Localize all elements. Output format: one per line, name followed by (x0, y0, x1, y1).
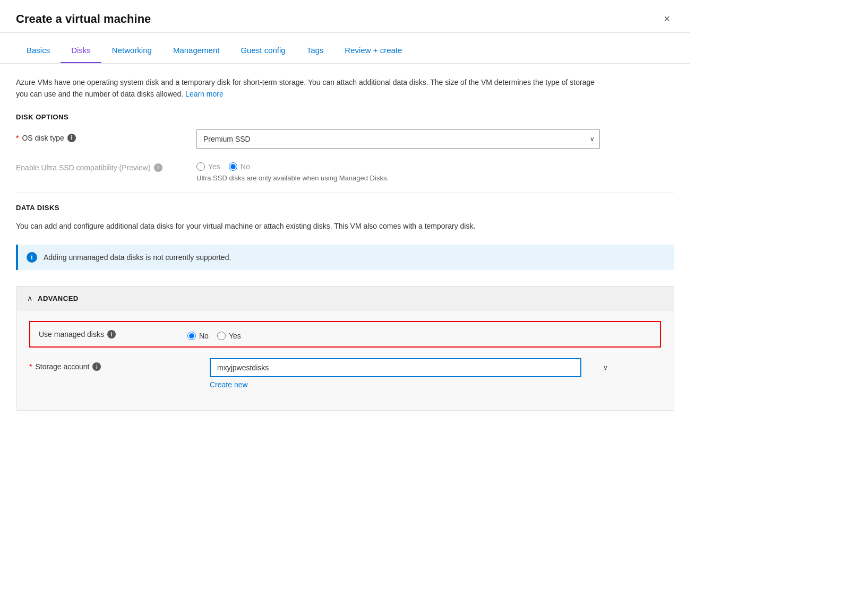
banner-text: Adding unmanaged data disks is not curre… (44, 253, 231, 262)
ultra-ssd-label-text: Enable Ultra SSD compatibility (Preview) (16, 163, 151, 172)
dialog-header: Create a virtual machine × (0, 0, 690, 33)
managed-disks-yes-radio[interactable] (217, 332, 226, 340)
ultra-ssd-control: Yes No Ultra SSD disks are only availabl… (196, 159, 674, 182)
managed-disks-radio-group: No Yes (187, 328, 241, 340)
ultra-ssd-no-label: No (241, 162, 250, 171)
advanced-chevron-icon: ∧ (27, 294, 32, 302)
section-divider-1 (16, 193, 674, 193)
ultra-ssd-label: Enable Ultra SSD compatibility (Preview)… (16, 159, 196, 172)
ultra-ssd-yes-label: Yes (208, 162, 220, 171)
create-new-link[interactable]: Create new (210, 380, 661, 389)
os-disk-info-icon[interactable]: i (67, 134, 76, 142)
storage-account-chevron-icon: ∨ (603, 364, 608, 371)
tab-bar: Basics Disks Networking Management Guest… (0, 38, 690, 64)
storage-account-select-wrapper: mxyjpwestdisks ∨ (210, 358, 613, 377)
storage-account-row: * Storage account i mxyjpwestdisks ∨ Cre… (29, 358, 661, 389)
main-content: Azure VMs have one operating system disk… (0, 64, 690, 423)
dialog-title: Create a virtual machine (16, 12, 151, 26)
page-description: Azure VMs have one operating system disk… (16, 76, 600, 100)
os-disk-required-star: * (16, 134, 19, 142)
managed-disks-yes-label: Yes (229, 332, 241, 340)
ultra-ssd-yes-radio[interactable] (196, 162, 205, 171)
managed-disks-yes-option[interactable]: Yes (217, 332, 241, 340)
tab-management[interactable]: Management (162, 38, 230, 63)
data-disks-title: DATA DISKS (16, 204, 674, 212)
storage-account-control: mxyjpwestdisks ∨ Create new (210, 358, 661, 389)
advanced-title: ADVANCED (38, 294, 79, 302)
storage-account-info-icon[interactable]: i (92, 362, 101, 371)
managed-disks-no-label: No (199, 332, 209, 340)
managed-disks-label: Use managed disks i (39, 330, 187, 339)
os-disk-label-text: OS disk type (22, 134, 64, 142)
managed-disks-label-text: Use managed disks (39, 330, 104, 339)
disk-options-title: DISK OPTIONS (16, 113, 674, 121)
managed-disks-no-option[interactable]: No (187, 332, 209, 340)
create-vm-dialog: Create a virtual machine × Basics Disks … (0, 0, 690, 584)
advanced-section: ∧ ADVANCED Use managed disks i No (16, 286, 674, 411)
tab-review-create[interactable]: Review + create (334, 38, 413, 63)
tab-guest-config[interactable]: Guest config (230, 38, 296, 63)
managed-disks-no-radio[interactable] (187, 332, 196, 340)
os-disk-type-control: Premium SSD Standard SSD Standard HDD ∨ (196, 129, 674, 149)
os-disk-type-label: * OS disk type i (16, 129, 196, 142)
tab-basics[interactable]: Basics (16, 38, 61, 63)
ultra-ssd-radio-group: Yes No (196, 159, 674, 171)
ultra-ssd-row: Enable Ultra SSD compatibility (Preview)… (16, 159, 674, 182)
os-disk-select-wrapper: Premium SSD Standard SSD Standard HDD ∨ (196, 129, 600, 149)
storage-account-required-star: * (29, 362, 32, 371)
ultra-ssd-no-option[interactable]: No (229, 162, 250, 171)
ultra-ssd-no-radio[interactable] (229, 162, 237, 171)
data-disks-description: You can add and configure additional dat… (16, 220, 600, 232)
ultra-ssd-yes-option[interactable]: Yes (196, 162, 220, 171)
os-disk-type-select[interactable]: Premium SSD Standard SSD Standard HDD (196, 129, 600, 149)
tab-tags[interactable]: Tags (296, 38, 334, 63)
banner-info-icon: i (27, 252, 37, 263)
advanced-header[interactable]: ∧ ADVANCED (16, 287, 674, 310)
ultra-ssd-note: Ultra SSD disks are only available when … (196, 174, 674, 182)
unmanaged-disks-banner: i Adding unmanaged data disks is not cur… (16, 245, 674, 270)
advanced-content: Use managed disks i No Yes (16, 310, 674, 410)
storage-account-select[interactable]: mxyjpwestdisks (210, 358, 581, 377)
description-text: Azure VMs have one operating system disk… (16, 78, 595, 98)
storage-account-label-text: Storage account (35, 362, 89, 371)
close-button[interactable]: × (659, 11, 674, 27)
tab-networking[interactable]: Networking (101, 38, 162, 63)
ultra-ssd-info-icon[interactable]: i (154, 163, 162, 172)
storage-account-label: * Storage account i (29, 358, 210, 371)
learn-more-link[interactable]: Learn more (185, 90, 224, 98)
managed-disks-row: Use managed disks i No Yes (29, 321, 661, 348)
managed-disks-info-icon[interactable]: i (107, 330, 116, 339)
tab-disks[interactable]: Disks (61, 38, 101, 63)
os-disk-type-row: * OS disk type i Premium SSD Standard SS… (16, 129, 674, 149)
